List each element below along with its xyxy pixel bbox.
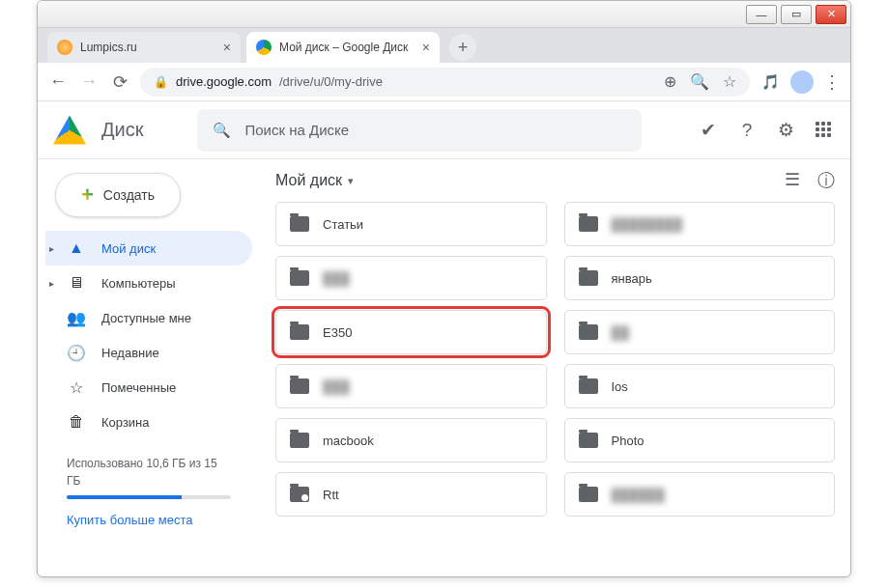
tab-title: Lumpics.ru	[80, 41, 137, 54]
lock-icon: 🔒	[154, 75, 168, 89]
sidebar-item-label: Доступные мне	[101, 311, 191, 325]
shared-icon: 👥	[67, 309, 86, 327]
breadcrumb[interactable]: Мой диск ▾	[275, 172, 354, 189]
folder-icon	[290, 433, 309, 448]
storage-bar	[67, 495, 231, 499]
forward-button[interactable]: →	[78, 71, 100, 93]
folder-tile[interactable]: Photo	[564, 418, 836, 462]
shared-folder-icon	[290, 487, 309, 502]
window-titlebar: — ▭ ✕	[38, 1, 850, 28]
folder-name: ██	[612, 325, 629, 340]
search-icon: 🔍	[213, 122, 231, 139]
folder-tile[interactable]: ███	[275, 364, 547, 408]
folder-tile[interactable]: E350	[275, 310, 547, 354]
zoom-icon[interactable]: 🔍	[690, 72, 709, 91]
window-close-button[interactable]: ✕	[816, 5, 846, 24]
folder-icon	[290, 324, 309, 340]
list-view-icon[interactable]: ☰	[785, 169, 800, 192]
back-button[interactable]: ←	[47, 71, 69, 93]
drive-icon: ▲	[67, 239, 86, 257]
sidebar: + Создать ▸ ▲ Мой диск ▸ 🖥 Компьютеры 👥 …	[38, 159, 260, 576]
profile-avatar[interactable]	[790, 70, 814, 94]
search-placeholder: Поиск на Диске	[244, 122, 349, 138]
folder-tile[interactable]: Статьи	[275, 202, 547, 246]
address-bar[interactable]: 🔒 drive.google.com/drive/u/0/my-drive ⊕ …	[140, 68, 750, 97]
folder-tile[interactable]: ████████	[564, 202, 836, 246]
media-control-icon[interactable]: 🎵	[759, 71, 781, 93]
sidebar-item-computers[interactable]: ▸ 🖥 Компьютеры	[45, 266, 252, 300]
folder-tile[interactable]: ██████	[564, 472, 836, 517]
install-icon[interactable]: ⊕	[664, 72, 676, 91]
storage-fill	[67, 495, 182, 499]
window-minimize-button[interactable]: —	[746, 5, 777, 24]
sidebar-item-label: Помеченные	[101, 380, 176, 395]
folder-tile[interactable]: ██	[564, 310, 836, 354]
settings-gear-icon[interactable]: ⚙	[775, 120, 796, 141]
app-window: — ▭ ✕ Lumpics.ru × Мой диск – Google Дис…	[37, 0, 851, 577]
browser-tab-lumpics[interactable]: Lumpics.ru ×	[47, 32, 241, 63]
browser-toolbar: ← → ⟳ 🔒 drive.google.com/drive/u/0/my-dr…	[38, 63, 850, 101]
product-name: Диск	[101, 119, 143, 141]
new-tab-button[interactable]: +	[449, 34, 476, 61]
plus-icon: +	[81, 182, 94, 208]
help-icon[interactable]: ?	[736, 120, 758, 141]
drive-header: Диск 🔍 Поиск на Диске ✔ ? ⚙	[38, 101, 850, 159]
folder-name: январь	[612, 271, 652, 286]
create-button[interactable]: + Создать	[55, 173, 181, 217]
search-input[interactable]: 🔍 Поиск на Диске	[197, 109, 642, 152]
sidebar-item-label: Мой диск	[101, 241, 156, 256]
folder-icon	[579, 324, 598, 340]
sidebar-item-starred[interactable]: ☆ Помеченные	[45, 370, 252, 405]
storage-text: Использовано 10,6 ГБ из 15 ГБ	[67, 457, 217, 488]
url-host: drive.google.com	[176, 74, 272, 89]
sidebar-item-recent[interactable]: 🕘 Недавние	[45, 335, 252, 370]
folder-name: macbook	[323, 434, 374, 448]
favicon-orange-icon	[57, 40, 72, 55]
tab-close-icon[interactable]: ×	[223, 40, 231, 55]
folder-tile[interactable]: macbook	[275, 418, 547, 462]
details-info-icon[interactable]: ⓘ	[817, 169, 835, 192]
folder-tile[interactable]: ███	[275, 256, 547, 300]
chevron-right-icon[interactable]: ▸	[49, 278, 54, 289]
main-area: + Создать ▸ ▲ Мой диск ▸ 🖥 Компьютеры 👥 …	[38, 159, 850, 576]
folder-tile[interactable]: Ios	[564, 364, 836, 408]
bookmark-star-icon[interactable]: ☆	[723, 72, 736, 91]
reload-button[interactable]: ⟳	[109, 71, 130, 93]
browser-menu-button[interactable]: ⋮	[823, 71, 841, 93]
folder-name: ███	[323, 271, 350, 286]
google-apps-icon[interactable]	[814, 120, 835, 141]
chevron-right-icon[interactable]: ▸	[49, 243, 54, 254]
folder-icon	[290, 270, 309, 286]
window-maximize-button[interactable]: ▭	[781, 5, 812, 24]
folder-tile[interactable]: Rtt	[275, 472, 547, 517]
sidebar-item-label: Корзина	[101, 415, 150, 430]
create-label: Создать	[103, 187, 155, 203]
chevron-down-icon: ▾	[348, 175, 354, 187]
tab-title: Мой диск – Google Диск	[279, 41, 408, 54]
sidebar-item-my-drive[interactable]: ▸ ▲ Мой диск	[45, 231, 252, 266]
trash-icon: 🗑	[67, 413, 86, 431]
sidebar-item-trash[interactable]: 🗑 Корзина	[45, 405, 252, 439]
folder-name: Статьи	[323, 217, 363, 232]
recent-icon: 🕘	[67, 344, 86, 362]
ready-offline-icon[interactable]: ✔	[698, 120, 719, 141]
folder-tile[interactable]: январь	[564, 256, 836, 300]
browser-tab-drive[interactable]: Мой диск – Google Диск ×	[246, 32, 440, 63]
folder-name: E350	[323, 325, 352, 340]
browser-tab-strip: Lumpics.ru × Мой диск – Google Диск × +	[38, 28, 850, 63]
folder-icon	[579, 216, 598, 232]
folder-name: Rtt	[323, 488, 339, 502]
computers-icon: 🖥	[67, 274, 86, 292]
url-path: /drive/u/0/my-drive	[279, 74, 383, 89]
starred-icon: ☆	[67, 378, 86, 397]
favicon-drive-icon	[256, 40, 272, 55]
folder-icon	[579, 378, 598, 394]
buy-more-storage-link[interactable]: Купить больше места	[67, 513, 231, 527]
folder-name: Ios	[612, 379, 628, 394]
tab-close-icon[interactable]: ×	[422, 40, 430, 55]
google-drive-logo-icon	[53, 116, 86, 145]
sidebar-item-shared[interactable]: 👥 Доступные мне	[45, 300, 252, 335]
folder-icon	[290, 378, 309, 394]
sidebar-item-label: Компьютеры	[101, 276, 176, 291]
folder-grid: Статьи███████████январьE350█████Iosmacbo…	[260, 202, 850, 576]
